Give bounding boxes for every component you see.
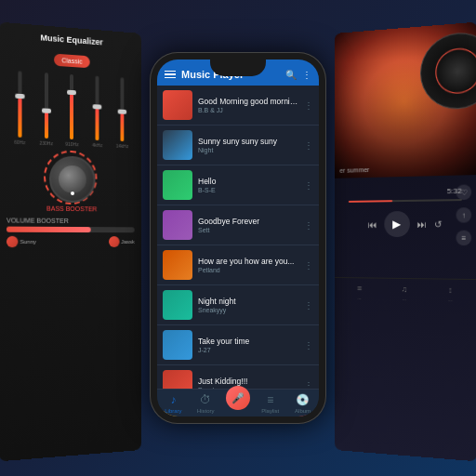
song-more-5[interactable]: ⋮ (304, 260, 313, 271)
song-item-5[interactable]: How are you how are you... Petland ⋮ (157, 245, 319, 285)
song-artist-6: Sneakyyy (198, 307, 298, 313)
album-art: er summer (335, 22, 476, 178)
library-label: Library (165, 408, 181, 414)
song-more-6[interactable]: ⋮ (304, 300, 313, 311)
right-action-icons: ♡ ↑ ≡ (456, 184, 472, 245)
song-title-4: Goodbye Forever (198, 217, 298, 226)
song-title-3: Hello (198, 177, 298, 186)
song-title-1: Good Morning good morning (198, 97, 298, 106)
song-title-6: Night night (198, 297, 298, 306)
song-list: Good Morning good morning B.B & JJ ⋮ Sun… (157, 86, 319, 416)
song-info-2: Sunny suny suny suny Night (198, 137, 298, 153)
library-icon: ♪ (170, 393, 176, 406)
song-item-4[interactable]: Goodbye Forever Sett ⋮ (157, 205, 319, 245)
heart-icon[interactable]: ♡ (456, 184, 472, 200)
song-artist-4: Sett (198, 227, 298, 233)
name-tag-1: Sunny (7, 236, 36, 247)
nav-album[interactable]: 💿 Album (286, 393, 319, 414)
song-artist-1: B.B & JJ (198, 107, 298, 113)
song-title-5: How are you how are you... (198, 257, 298, 266)
phone-frame: Music Player 🔍 ⋮ Good Morning good morni… (150, 52, 326, 424)
song-item-1[interactable]: Good Morning good morning B.B & JJ ⋮ (157, 86, 319, 126)
song-artist-2: Night (198, 147, 298, 153)
more-icon[interactable]: ⋮ (302, 70, 311, 80)
list-icon[interactable]: ≡ (456, 231, 472, 245)
time-display: 5:32 (341, 187, 469, 198)
menu-icon[interactable] (165, 71, 176, 79)
album-label: Album (295, 408, 311, 414)
search-icon[interactable]: 🔍 (285, 70, 297, 80)
song-info-4: Goodbye Forever Sett (198, 217, 298, 233)
right-bottom-nav: ≡... ♫... ↕... (335, 277, 476, 309)
now-playing-info: 5:32 ⏮ ▶ ⏭ ↺ (335, 175, 476, 250)
eq-slider-2[interactable]: 230Hz (35, 72, 58, 146)
eq-slider-4[interactable]: 4kHz (86, 75, 108, 148)
season-label: er summer (339, 166, 369, 174)
song-more-2[interactable]: ⋮ (304, 140, 313, 151)
song-thumbnail-7 (163, 330, 192, 360)
rb-icon-3[interactable]: ↕... (448, 285, 453, 302)
preset-button[interactable]: Classic (54, 54, 89, 69)
eq-slider-5[interactable]: 14kHz (112, 77, 133, 150)
song-thumbnail-5 (163, 250, 192, 280)
song-artist-5: Petland (198, 267, 298, 273)
song-info-5: How are you how are you... Petland (198, 257, 298, 273)
previous-button[interactable]: ⏮ (367, 219, 377, 230)
song-title-8: Just Kidding!!! (198, 377, 298, 386)
song-item-2[interactable]: Sunny suny suny suny Night ⋮ (157, 126, 319, 165)
song-thumbnail-2 (163, 130, 192, 160)
playlist-icon: ≡ (267, 393, 273, 406)
bass-label: BASS BOOSTER (46, 205, 97, 213)
song-artist-3: B-S-E (198, 187, 298, 193)
song-thumbnail-6 (163, 290, 192, 320)
album-icon: 💿 (296, 393, 310, 406)
song-more-7[interactable]: ⋮ (304, 340, 313, 350)
history-icon: ⏱ (200, 393, 211, 406)
playlist-label: Playlist (261, 408, 279, 414)
eq-slider-3[interactable]: 910Hz (61, 73, 84, 147)
song-title-7: Take your time (198, 337, 298, 346)
now-playing-panel: er summer ♡ ↑ ≡ 5:32 ⏮ ▶ ⏭ ↺ ≡... ♫... ↕… (335, 22, 476, 462)
phone-notch (210, 60, 266, 76)
repeat-button[interactable]: ↺ (434, 218, 442, 229)
progress-bar[interactable] (349, 199, 462, 203)
play-button[interactable]: ▶ (384, 211, 410, 237)
eq-sliders: 60Hz 230Hz 910Hz 4kHz (7, 73, 135, 153)
song-thumbnail-3 (163, 170, 192, 200)
nav-playlist[interactable]: ≡ Playlist (254, 393, 286, 414)
eq-slider-1[interactable]: 60Hz (8, 71, 32, 146)
song-item-3[interactable]: Hello B-S-E ⋮ (157, 165, 319, 205)
phone-screen: Music Player 🔍 ⋮ Good Morning good morni… (157, 60, 319, 416)
nav-library[interactable]: ♪ Library (157, 393, 190, 414)
bottom-navigation: ♪ Library ⏱ History 🎤 ≡ Playlist 💿 Album (157, 389, 319, 416)
nav-mic[interactable]: 🎤 (222, 393, 255, 414)
bottom-names: Sunny Jassk (7, 236, 135, 247)
rb-icon-2[interactable]: ♫... (402, 284, 408, 301)
song-more-4[interactable]: ⋮ (304, 220, 313, 231)
song-item-7[interactable]: Take your time J-27 ⋮ (157, 325, 319, 365)
mic-button[interactable]: 🎤 (226, 386, 250, 410)
song-info-6: Night night Sneakyyy (198, 297, 298, 313)
name-tag-2: Jassk (109, 236, 135, 247)
volume-label: VOLUME BOOSTER (7, 217, 135, 224)
share-icon[interactable]: ↑ (456, 207, 472, 223)
nav-history[interactable]: ⏱ History (190, 393, 222, 414)
song-artist-7: J-27 (198, 347, 298, 353)
song-info-1: Good Morning good morning B.B & JJ (198, 97, 298, 113)
song-info-7: Take your time J-27 (198, 337, 298, 353)
song-more-3[interactable]: ⋮ (304, 180, 313, 191)
song-more-1[interactable]: ⋮ (304, 100, 313, 111)
song-title-2: Sunny suny suny suny (198, 137, 298, 146)
song-item-6[interactable]: Night night Sneakyyy ⋮ (157, 285, 319, 325)
volume-section: VOLUME BOOSTER (7, 217, 135, 232)
history-label: History (197, 408, 215, 414)
phone-device: Music Player 🔍 ⋮ Good Morning good morni… (150, 52, 326, 424)
equalizer-panel: Music Equalizer Classic 60Hz 230Hz 910Hz (0, 22, 141, 462)
rb-icon-1[interactable]: ≡... (357, 284, 362, 300)
next-button[interactable]: ⏭ (416, 218, 426, 229)
volume-bar[interactable] (7, 227, 135, 233)
player-controls: ⏮ ▶ ⏭ ↺ (341, 205, 469, 243)
song-thumbnail-1 (163, 90, 192, 120)
bass-booster[interactable]: BASS BOOSTER (7, 154, 135, 213)
song-thumbnail-4 (163, 210, 192, 240)
